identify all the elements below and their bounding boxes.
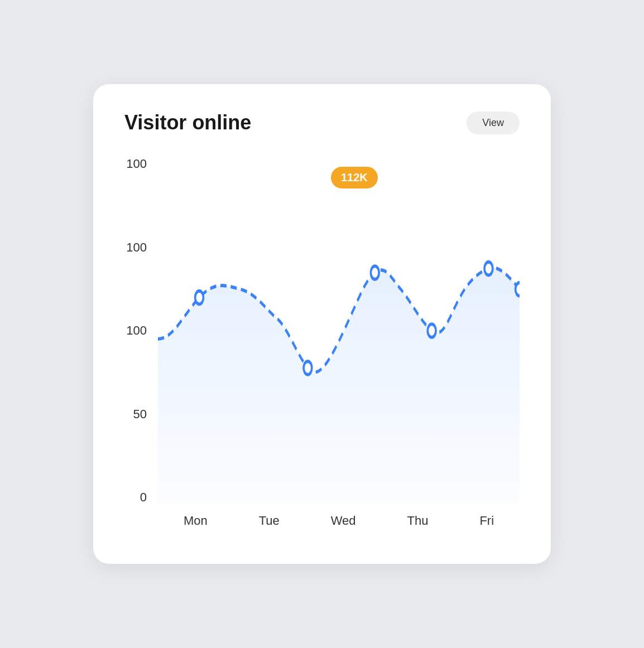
x-label-fri: Fri xyxy=(479,514,494,533)
visitor-online-card: Visitor online View 100 100 100 50 0 112… xyxy=(93,84,551,564)
datapoint-mon xyxy=(195,291,204,304)
y-axis: 100 100 100 50 0 xyxy=(124,157,158,533)
datapoint-fri xyxy=(484,262,493,275)
chart-container: 100 100 100 50 0 112K xyxy=(124,157,520,533)
datapoint-thu xyxy=(427,324,436,337)
x-axis: Mon Tue Wed Thu Fri xyxy=(158,505,520,533)
x-label-wed: Wed xyxy=(331,514,356,533)
x-label-thu: Thu xyxy=(407,514,429,533)
view-button[interactable]: View xyxy=(467,112,520,134)
datapoint-fri-end xyxy=(516,283,520,296)
datapoint-wed xyxy=(371,266,379,279)
x-label-tue: Tue xyxy=(259,514,280,533)
y-label-4: 50 xyxy=(133,407,147,422)
chart-area-fill xyxy=(158,268,520,505)
y-label-3: 100 xyxy=(126,323,147,338)
chart-svg xyxy=(158,157,520,505)
y-label-1: 100 xyxy=(126,157,147,171)
y-label-5: 0 xyxy=(140,490,147,505)
card-header: Visitor online View xyxy=(124,111,520,134)
tooltip-badge: 112K xyxy=(331,167,378,188)
svg-wrapper: 112K xyxy=(158,157,520,505)
y-label-2: 100 xyxy=(126,240,147,255)
card-title: Visitor online xyxy=(124,111,251,134)
x-label-mon: Mon xyxy=(184,514,208,533)
datapoint-tue xyxy=(304,361,312,375)
chart-area: 112K xyxy=(158,157,520,533)
